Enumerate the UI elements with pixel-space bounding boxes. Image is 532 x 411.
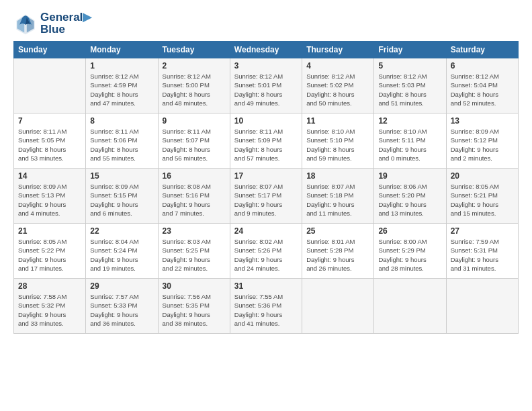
day-info: Sunrise: 8:09 AMSunset: 5:12 PMDaylight:… (451, 127, 514, 163)
calendar-cell: 25Sunrise: 8:01 AMSunset: 5:28 PMDayligh… (302, 224, 374, 279)
calendar-cell: 13Sunrise: 8:09 AMSunset: 5:12 PMDayligh… (446, 113, 518, 169)
calendar-cell: 23Sunrise: 8:03 AMSunset: 5:25 PMDayligh… (158, 224, 230, 279)
calendar-cell (302, 279, 374, 334)
calendar-cell: 9Sunrise: 8:11 AMSunset: 5:07 PMDaylight… (158, 113, 230, 169)
day-info: Sunrise: 7:56 AMSunset: 5:35 PMDaylight:… (163, 292, 226, 328)
calendar-cell: 22Sunrise: 8:04 AMSunset: 5:24 PMDayligh… (86, 224, 158, 279)
day-number: 13 (451, 116, 514, 126)
day-number: 28 (18, 281, 81, 291)
day-number: 14 (18, 171, 81, 181)
day-info: Sunrise: 8:07 AMSunset: 5:18 PMDaylight:… (306, 182, 369, 218)
day-info: Sunrise: 8:11 AMSunset: 5:09 PMDaylight:… (234, 127, 298, 163)
day-info: Sunrise: 8:07 AMSunset: 5:17 PMDaylight:… (234, 182, 298, 218)
day-number: 31 (234, 281, 298, 291)
day-number: 2 (163, 61, 226, 71)
day-info: Sunrise: 8:05 AMSunset: 5:22 PMDaylight:… (18, 237, 81, 273)
header-day-friday: Friday (374, 42, 446, 58)
logo-icon (13, 11, 38, 36)
day-info: Sunrise: 8:01 AMSunset: 5:28 PMDaylight:… (306, 237, 369, 273)
day-info: Sunrise: 7:57 AMSunset: 5:33 PMDaylight:… (90, 292, 153, 328)
day-number: 30 (163, 281, 226, 291)
calendar-cell: 5Sunrise: 8:12 AMSunset: 5:03 PMDaylight… (374, 58, 446, 113)
calendar-cell: 18Sunrise: 8:07 AMSunset: 5:18 PMDayligh… (302, 169, 374, 224)
day-info: Sunrise: 8:12 AMSunset: 5:00 PMDaylight:… (163, 72, 226, 107)
day-info: Sunrise: 8:09 AMSunset: 5:13 PMDaylight:… (18, 182, 81, 218)
day-number: 12 (378, 116, 441, 126)
day-info: Sunrise: 8:05 AMSunset: 5:21 PMDaylight:… (451, 182, 514, 218)
calendar-cell: 15Sunrise: 8:09 AMSunset: 5:15 PMDayligh… (86, 169, 158, 224)
day-info: Sunrise: 8:02 AMSunset: 5:26 PMDaylight:… (234, 237, 298, 273)
day-info: Sunrise: 8:10 AMSunset: 5:11 PMDaylight:… (378, 127, 441, 163)
day-info: Sunrise: 7:55 AMSunset: 5:36 PMDaylight:… (234, 292, 298, 328)
calendar-cell: 1Sunrise: 8:12 AMSunset: 4:59 PMDaylight… (86, 58, 158, 113)
day-number: 3 (234, 61, 298, 71)
day-number: 10 (234, 116, 298, 126)
day-info: Sunrise: 8:06 AMSunset: 5:20 PMDaylight:… (378, 182, 441, 218)
day-info: Sunrise: 7:58 AMSunset: 5:32 PMDaylight:… (18, 292, 81, 328)
header-day-sunday: Sunday (14, 42, 86, 58)
calendar-cell: 27Sunrise: 7:59 AMSunset: 5:31 PMDayligh… (446, 224, 518, 279)
day-number: 16 (163, 171, 226, 181)
day-number: 25 (306, 226, 369, 236)
calendar-cell: 26Sunrise: 8:00 AMSunset: 5:29 PMDayligh… (374, 224, 446, 279)
calendar-cell: 6Sunrise: 8:12 AMSunset: 5:04 PMDaylight… (446, 58, 518, 113)
day-number: 18 (306, 171, 369, 181)
day-number: 27 (451, 226, 514, 236)
page: General▶ Blue SundayMondayTuesdayWednesd… (0, 0, 532, 411)
day-info: Sunrise: 8:12 AMSunset: 5:03 PMDaylight:… (378, 72, 441, 107)
calendar-cell: 10Sunrise: 8:11 AMSunset: 5:09 PMDayligh… (230, 113, 302, 169)
day-number: 8 (90, 116, 153, 126)
calendar-cell: 19Sunrise: 8:06 AMSunset: 5:20 PMDayligh… (374, 169, 446, 224)
logo-area: General▶ Blue (13, 11, 91, 36)
day-number: 22 (90, 226, 153, 236)
logo-text: General▶ Blue (40, 11, 91, 36)
day-number: 26 (378, 226, 441, 236)
calendar-cell: 11Sunrise: 8:10 AMSunset: 5:10 PMDayligh… (302, 113, 374, 169)
calendar-table: SundayMondayTuesdayWednesdayThursdayFrid… (13, 41, 519, 334)
day-info: Sunrise: 8:11 AMSunset: 5:06 PMDaylight:… (90, 127, 153, 163)
day-number: 9 (163, 116, 226, 126)
day-info: Sunrise: 8:11 AMSunset: 5:05 PMDaylight:… (18, 127, 81, 163)
calendar-cell: 24Sunrise: 8:02 AMSunset: 5:26 PMDayligh… (230, 224, 302, 279)
day-number: 4 (306, 61, 369, 71)
day-number: 15 (90, 171, 153, 181)
day-info: Sunrise: 8:03 AMSunset: 5:25 PMDaylight:… (163, 237, 226, 273)
day-number: 11 (306, 116, 369, 126)
calendar-cell: 17Sunrise: 8:07 AMSunset: 5:17 PMDayligh… (230, 169, 302, 224)
day-number: 6 (451, 61, 514, 71)
day-info: Sunrise: 8:08 AMSunset: 5:16 PMDaylight:… (163, 182, 226, 218)
calendar-cell: 28Sunrise: 7:58 AMSunset: 5:32 PMDayligh… (14, 279, 86, 334)
calendar-cell: 16Sunrise: 8:08 AMSunset: 5:16 PMDayligh… (158, 169, 230, 224)
day-info: Sunrise: 8:00 AMSunset: 5:29 PMDaylight:… (378, 237, 441, 273)
header: General▶ Blue (13, 11, 519, 36)
day-number: 24 (234, 226, 298, 236)
calendar-cell (446, 279, 518, 334)
day-number: 29 (90, 281, 153, 291)
calendar-cell (374, 279, 446, 334)
header-day-wednesday: Wednesday (230, 42, 302, 58)
calendar-cell: 31Sunrise: 7:55 AMSunset: 5:36 PMDayligh… (230, 279, 302, 334)
calendar-cell: 14Sunrise: 8:09 AMSunset: 5:13 PMDayligh… (14, 169, 86, 224)
calendar-cell: 8Sunrise: 8:11 AMSunset: 5:06 PMDaylight… (86, 113, 158, 169)
calendar-cell: 30Sunrise: 7:56 AMSunset: 5:35 PMDayligh… (158, 279, 230, 334)
day-info: Sunrise: 8:12 AMSunset: 4:59 PMDaylight:… (90, 72, 153, 107)
header-day-monday: Monday (86, 42, 158, 58)
calendar-cell: 20Sunrise: 8:05 AMSunset: 5:21 PMDayligh… (446, 169, 518, 224)
calendar-cell: 4Sunrise: 8:12 AMSunset: 5:02 PMDaylight… (302, 58, 374, 113)
week-row-2: 7Sunrise: 8:11 AMSunset: 5:05 PMDaylight… (14, 113, 519, 169)
week-row-1: 1Sunrise: 8:12 AMSunset: 4:59 PMDaylight… (14, 58, 519, 113)
calendar-cell: 29Sunrise: 7:57 AMSunset: 5:33 PMDayligh… (86, 279, 158, 334)
day-number: 21 (18, 226, 81, 236)
week-row-5: 28Sunrise: 7:58 AMSunset: 5:32 PMDayligh… (14, 279, 519, 334)
header-day-tuesday: Tuesday (158, 42, 230, 58)
day-info: Sunrise: 8:04 AMSunset: 5:24 PMDaylight:… (90, 237, 153, 273)
day-number: 5 (378, 61, 441, 71)
day-number: 20 (451, 171, 514, 181)
calendar-cell: 3Sunrise: 8:12 AMSunset: 5:01 PMDaylight… (230, 58, 302, 113)
week-row-4: 21Sunrise: 8:05 AMSunset: 5:22 PMDayligh… (14, 224, 519, 279)
day-info: Sunrise: 8:12 AMSunset: 5:01 PMDaylight:… (234, 72, 298, 107)
calendar-cell: 12Sunrise: 8:10 AMSunset: 5:11 PMDayligh… (374, 113, 446, 169)
calendar-cell (14, 58, 86, 113)
calendar-cell: 2Sunrise: 8:12 AMSunset: 5:00 PMDaylight… (158, 58, 230, 113)
calendar-cell: 7Sunrise: 8:11 AMSunset: 5:05 PMDaylight… (14, 113, 86, 169)
